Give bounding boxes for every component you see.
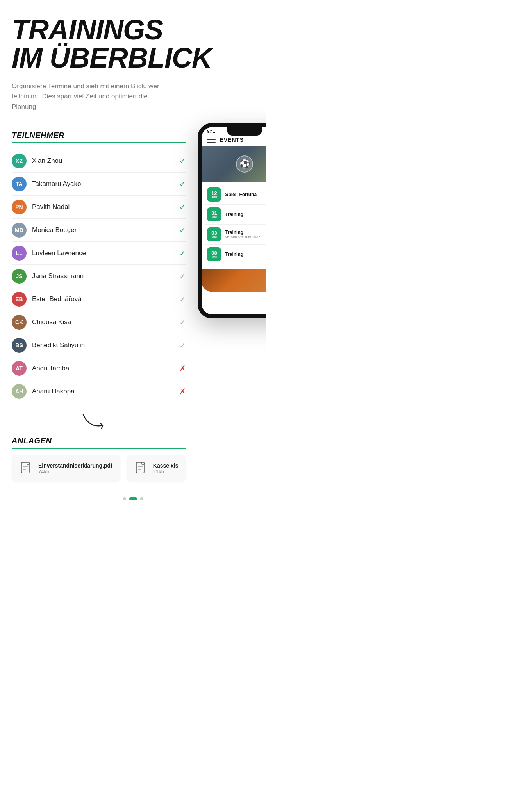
file-name: Einverständniserklärung.pdf [38, 462, 112, 469]
event-title: Training [225, 212, 243, 217]
file-size: 74kb [38, 469, 112, 475]
phone-hero-image: ⚽ [202, 146, 266, 182]
event-date-badge: 01MAI [207, 207, 221, 221]
participant-status-icon: ✓ [179, 202, 186, 212]
hero-title: TRAININGS IM ÜBERBLICK [12, 16, 254, 72]
avatar: CK [12, 315, 27, 330]
event-day: 01 [211, 211, 217, 216]
participant-name: Anaru Hakopa [32, 388, 179, 395]
file-size: 21kb [153, 469, 179, 475]
participant-name: Takamaru Ayako [32, 180, 179, 188]
phone-notch [227, 127, 262, 136]
file-info: Einverständniserklärung.pdf74kb [38, 462, 112, 475]
participant-row: EBEster Bednářová✓ [12, 288, 186, 311]
participant-status-icon: ✓ [179, 225, 186, 235]
event-month: MAI [212, 236, 217, 238]
svg-rect-6 [142, 462, 144, 464]
svg-rect-1 [27, 462, 29, 464]
attachments-label: ANLAGEN [12, 436, 186, 445]
avatar: MB [12, 223, 27, 238]
phone-event-item[interactable]: 03MAITraining2h 24m 52s zum Zu-R... [205, 225, 266, 245]
phone-event-item[interactable]: 08MAITraining [205, 245, 266, 264]
phone-event-list: 12JUNSpiel: Fortuna01MAITraining03MAITra… [202, 182, 266, 267]
participant-status-icon: ✓ [179, 179, 186, 189]
participant-row: TATakamaru Ayako✓ [12, 173, 186, 196]
participant-row: MBMonica Böttger✓ [12, 219, 186, 242]
event-info: Training [225, 212, 243, 217]
dot-2-active[interactable] [129, 497, 137, 500]
page-wrapper: TRAININGS IM ÜBERBLICK Organisiere Termi… [0, 0, 266, 524]
participant-name: Ester Bednářová [32, 295, 179, 303]
event-month: JUN [211, 196, 217, 198]
participant-name: Chigusa Kisa [32, 318, 179, 326]
participant-status-icon: ✓ [179, 271, 186, 281]
avatar: TA [12, 177, 27, 191]
participant-row: JSJana Strassmann✓ [12, 265, 186, 288]
participant-row: PNPavith Nadal✓ [12, 196, 186, 219]
participant-row: XZXian Zhou✓ [12, 150, 186, 173]
participant-name: Jana Strassmann [32, 272, 179, 280]
avatar: AH [12, 384, 27, 399]
participant-status-icon: ✓ [179, 248, 186, 258]
event-date-badge: 12JUN [207, 188, 221, 202]
event-title: Training [225, 230, 263, 235]
event-title: Spiel: Fortuna [225, 192, 257, 197]
avatar: JS [12, 269, 27, 284]
participants-underline [12, 142, 186, 143]
arrow-container [12, 411, 186, 430]
phone-time: 9:41 [207, 129, 215, 134]
soccer-ball-icon: ⚽ [236, 155, 253, 173]
phone-app-title: EVENTS [220, 137, 244, 143]
participant-status-icon: ✓ [179, 156, 186, 166]
phone-mockup: 9:41 ●●● EVENTS ⚽ [198, 123, 266, 318]
participant-status-icon: ✓ [179, 318, 186, 327]
phone-event-item[interactable]: 12JUNSpiel: Fortuna [205, 185, 266, 205]
participant-name: Angu Tamba [32, 364, 179, 372]
participant-name: Benedikt Safiyulin [32, 341, 179, 349]
event-month: MAI [212, 216, 217, 218]
participant-row: BSBenedikt Safiyulin✓ [12, 334, 186, 357]
menu-line-red [207, 137, 212, 138]
participant-status-icon: ✓ [179, 341, 186, 350]
file-info: Kasse.xls21kb [153, 462, 179, 475]
event-title: Training [225, 252, 243, 257]
avatar: LL [12, 246, 27, 261]
avatar: XZ [12, 154, 27, 168]
phone-screen: 9:41 ●●● EVENTS ⚽ [202, 127, 266, 314]
phone-food-image [202, 269, 266, 292]
event-month: MAI [212, 255, 217, 258]
participant-status-icon: ✗ [179, 364, 186, 373]
participant-name: Pavith Nadal [32, 203, 179, 211]
event-subtitle: 2h 24m 52s zum Zu-R... [225, 235, 263, 239]
main-layout: TEILNEHMER XZXian Zhou✓TATakamaru Ayako✓… [12, 131, 254, 482]
event-info: Training2h 24m 52s zum Zu-R... [225, 230, 263, 239]
left-column: TEILNEHMER XZXian Zhou✓TATakamaru Ayako✓… [12, 131, 186, 482]
hero-subtitle: Organisiere Termine und sieh mit einem B… [12, 81, 160, 112]
scroll-arrow [81, 411, 116, 430]
participants-section: TEILNEHMER XZXian Zhou✓TATakamaru Ayako✓… [12, 131, 186, 403]
event-day: 08 [211, 250, 217, 255]
attachments-underline [12, 448, 186, 449]
file-card[interactable]: Kasse.xls21kb [127, 455, 186, 482]
phone-event-item[interactable]: 01MAITraining [205, 205, 266, 225]
event-info: Spiel: Fortuna [225, 192, 257, 197]
menu-line-1 [207, 139, 216, 140]
event-day: 03 [211, 230, 217, 236]
attachments-section: ANLAGEN Einverständniserklärung.pdf74kb … [12, 436, 186, 482]
participant-name: Monica Böttger [32, 226, 179, 234]
participant-row: AHAnaru Hakopa✗ [12, 380, 186, 403]
participant-row: CKChigusa Kisa✓ [12, 311, 186, 334]
event-info: Training [225, 252, 243, 257]
event-date-badge: 03MAI [207, 227, 221, 241]
hamburger-icon[interactable] [207, 137, 216, 143]
participant-row: LLLuvleen Lawrence✓ [12, 242, 186, 265]
event-day: 12 [211, 191, 217, 196]
dot-3[interactable] [140, 497, 143, 500]
file-icon [20, 461, 34, 475]
avatar: PN [12, 200, 27, 214]
participant-status-icon: ✓ [179, 295, 186, 304]
event-date-badge: 08MAI [207, 247, 221, 261]
file-card[interactable]: Einverständniserklärung.pdf74kb [12, 455, 120, 482]
dot-1[interactable] [123, 497, 126, 500]
participant-name: Xian Zhou [32, 157, 179, 165]
